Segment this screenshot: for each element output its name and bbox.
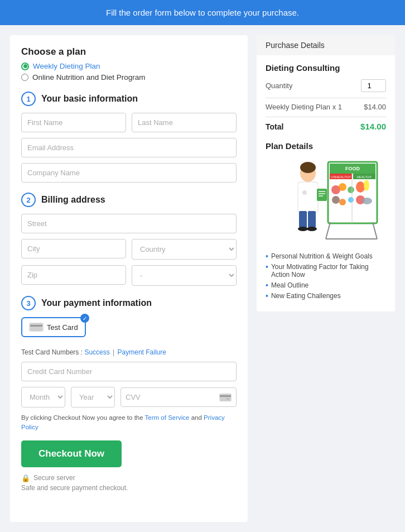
svg-point-35 — [348, 197, 354, 203]
food-illustration-container: FOOD UNHEALTHY HEALTHY — [266, 156, 386, 246]
section3-title: Your payment information — [41, 298, 152, 308]
purchase-divider — [266, 98, 386, 98]
company-field — [21, 163, 237, 183]
cc-number-input[interactable] — [21, 362, 237, 381]
tos-link[interactable]: Term of Service — [145, 414, 190, 421]
country-select[interactable]: Country United States United Kingdom Can… — [132, 239, 237, 260]
state-field: - — [132, 265, 237, 286]
svg-rect-7 — [298, 182, 318, 213]
zip-input[interactable] — [21, 265, 126, 285]
country-field: Country United States United Kingdom Can… — [132, 239, 237, 260]
svg-point-31 — [364, 180, 369, 191]
top-banner: Fill the order form below to complete yo… — [0, 0, 405, 25]
check-icon: ✓ — [80, 314, 89, 323]
svg-point-28 — [332, 196, 340, 204]
total-label: Total — [266, 122, 283, 131]
email-input[interactable] — [21, 138, 237, 157]
svg-point-34 — [348, 186, 354, 193]
svg-point-8 — [302, 190, 307, 195]
month-field: Month 01 02 03 04 05 06 07 08 09 10 11 1… — [21, 387, 65, 408]
street-field — [21, 214, 237, 233]
company-row — [21, 163, 237, 183]
plan-bullets: Personal Nutrition & Weight Goals Your M… — [266, 252, 386, 300]
state-select[interactable]: - — [132, 265, 237, 286]
street-row — [21, 214, 237, 233]
street-input[interactable] — [21, 214, 237, 233]
svg-text:HEALTHY: HEALTHY — [356, 175, 372, 179]
cvv-card-icon — [219, 394, 232, 401]
svg-rect-1 — [30, 325, 42, 327]
plan-price-row: Weekly Dieting Plan x 1 $14.00 — [266, 103, 386, 111]
section1-title: Your basic information — [41, 94, 138, 104]
svg-rect-12 — [308, 211, 316, 228]
svg-line-38 — [373, 222, 377, 239]
svg-point-6 — [300, 162, 316, 173]
svg-point-29 — [339, 199, 346, 205]
section2-header: 2 Billing address — [21, 193, 237, 207]
secure-label: Secure server — [33, 474, 75, 482]
zip-state-row: - — [21, 265, 237, 286]
failure-link[interactable]: Payment Failure — [118, 348, 166, 356]
separator: | — [113, 348, 114, 356]
quantity-label: Quantity — [266, 82, 292, 90]
plan-option-online[interactable]: Online Nutrition and Diet Program — [21, 73, 237, 82]
test-card-label: Test Card — [47, 323, 78, 332]
bullet-1: Personal Nutrition & Weight Goals — [266, 252, 386, 260]
test-card-text: Test Card Numbers : — [21, 348, 83, 356]
email-field — [21, 138, 237, 157]
svg-point-33 — [362, 198, 372, 204]
online-plan-label: Online Nutrition and Diet Program — [32, 73, 146, 82]
quantity-input[interactable] — [361, 79, 386, 92]
cvv-input[interactable] — [126, 388, 219, 406]
bullet-3: Meal Outline — [266, 281, 386, 289]
year-select[interactable]: Year 2024 2025 2026 2027 2028 — [71, 387, 115, 408]
bullet-4-text: New Eating Challenges — [271, 292, 341, 300]
checkout-button[interactable]: Checkout Now — [21, 440, 122, 467]
secure-sub: Safe and secure payment checkout. — [21, 484, 237, 492]
svg-rect-0 — [30, 323, 42, 331]
weekly-radio[interactable] — [21, 63, 29, 70]
main-container: Choose a plan Weekly Dieting Plan Online… — [0, 25, 405, 532]
choose-plan-section: Choose a plan Weekly Dieting Plan Online… — [21, 46, 237, 82]
company-input[interactable] — [21, 163, 237, 183]
total-amount: $14.00 — [360, 122, 386, 131]
test-card-badge[interactable]: Test Card ✓ — [21, 317, 86, 337]
bullet-2-text: Your Motivating Factor for Taking Action… — [271, 263, 386, 279]
svg-rect-11 — [299, 211, 307, 228]
first-name-input[interactable] — [21, 113, 126, 132]
online-plan-radio[interactable] — [21, 74, 28, 81]
svg-rect-15 — [317, 189, 327, 201]
section1-number: 1 — [21, 92, 36, 106]
quantity-row: Quantity — [266, 79, 386, 92]
purchase-details-title: Purchase Details — [257, 35, 395, 55]
card-badge-wrapper: Test Card ✓ — [21, 317, 237, 343]
plan-line: Weekly Dieting Plan x 1 — [266, 103, 342, 111]
svg-rect-10 — [318, 183, 325, 188]
total-row: Total $14.00 — [266, 122, 386, 131]
svg-rect-16 — [319, 191, 325, 192]
plan-option-weekly[interactable]: Weekly Dieting Plan — [21, 62, 237, 70]
svg-point-13 — [298, 227, 308, 231]
city-input[interactable] — [21, 239, 126, 258]
city-country-row: Country United States United Kingdom Can… — [21, 239, 237, 260]
zip-field — [21, 265, 126, 286]
test-card-numbers: Test Card Numbers : Success | Payment Fa… — [21, 348, 237, 356]
cc-number-row — [21, 362, 237, 381]
svg-rect-3 — [220, 395, 231, 397]
card-icon — [29, 323, 44, 332]
month-select[interactable]: Month 01 02 03 04 05 06 07 08 09 10 11 1… — [21, 387, 65, 408]
last-name-input[interactable] — [132, 113, 237, 132]
food-illustration: FOOD UNHEALTHY HEALTHY — [270, 156, 382, 246]
bullet-4: New Eating Challenges — [266, 292, 386, 300]
terms-prefix: By clicking Checkout Now you agree to th… — [21, 414, 145, 421]
name-row — [21, 113, 237, 132]
svg-line-37 — [326, 222, 330, 239]
first-name-field — [21, 113, 126, 132]
expiry-cvv-row: Month 01 02 03 04 05 06 07 08 09 10 11 1… — [21, 387, 237, 408]
success-link[interactable]: Success — [84, 348, 109, 356]
svg-point-30 — [356, 181, 365, 193]
section2-number: 2 — [21, 193, 36, 207]
svg-rect-18 — [319, 195, 323, 196]
email-row — [21, 138, 237, 157]
purchase-divider-2 — [266, 117, 386, 117]
